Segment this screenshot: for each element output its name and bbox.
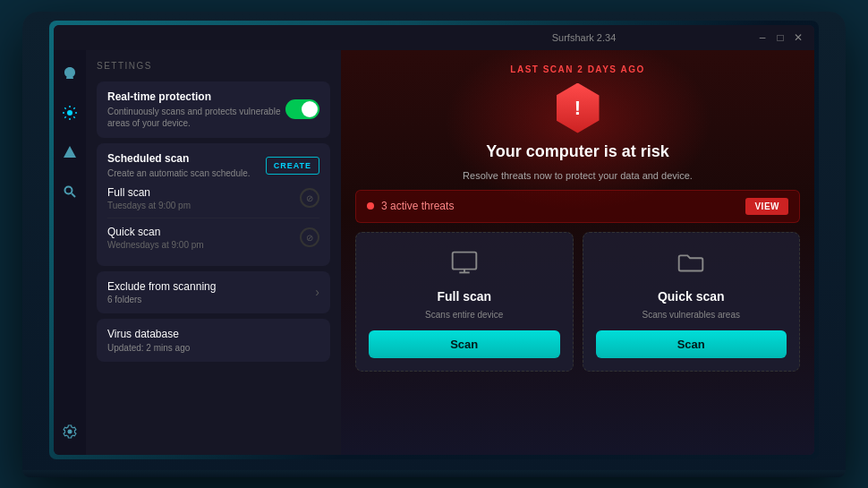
realtime-toggle[interactable]: ✓: [285, 99, 319, 119]
scheduled-scan-card: Scheduled scan Create an automatic scan …: [97, 143, 330, 266]
threats-count-text: 3 active threats: [381, 200, 454, 212]
close-button[interactable]: ✕: [793, 32, 804, 43]
risk-subtitle: Resolve threats now to protect your data…: [355, 170, 800, 181]
sidebar-icons: [54, 50, 86, 455]
exclude-chevron-icon: ›: [315, 285, 319, 299]
quick-scan-title: Quick scan: [107, 226, 204, 238]
gear-bottom-nav-icon[interactable]: [57, 419, 82, 444]
app-content: SETTINGS Real-time protection Continuous…: [54, 50, 814, 455]
full-scan-info: Full scan Tuesdays at 9:00 pm: [107, 186, 191, 210]
risk-shield-icon: !: [557, 83, 600, 133]
window-controls: – □ ✕: [757, 32, 804, 43]
threats-left: 3 active threats: [367, 200, 454, 212]
search-nav-icon[interactable]: [57, 179, 82, 204]
exclude-info: Exclude from scanning 6 folders: [107, 280, 216, 304]
exclude-card[interactable]: Exclude from scanning 6 folders ›: [97, 271, 330, 313]
realtime-row: Real-time protection Continuously scans …: [107, 90, 319, 129]
risk-exclamation: !: [574, 98, 581, 118]
view-threats-button[interactable]: VIEW: [745, 198, 788, 215]
quick-scan-folder-icon: [674, 245, 708, 284]
svg-rect-4: [452, 252, 476, 269]
svg-point-0: [67, 110, 72, 116]
realtime-subtitle: Continuously scans and protects vulnerab…: [107, 106, 285, 129]
minimize-button[interactable]: –: [757, 32, 768, 43]
virus-db-card: Virus database Updated: 2 mins ago: [97, 319, 330, 362]
threat-dot-icon: [367, 202, 374, 210]
quick-scan-button[interactable]: Scan: [596, 330, 787, 358]
full-scan-computer-icon: [447, 245, 481, 284]
exclude-subtitle: 6 folders: [107, 295, 216, 304]
maximize-button[interactable]: □: [775, 32, 786, 43]
exclude-title: Exclude from scanning: [107, 280, 216, 293]
app-window: Surfshark 2.34 – □ ✕: [54, 25, 814, 455]
settings-header: SETTINGS: [97, 61, 330, 71]
virus-db-subtitle: Updated: 2 mins ago: [107, 343, 319, 353]
scheduled-info: Scheduled scan Create an automatic scan …: [107, 152, 251, 179]
laptop-hinge: [22, 470, 846, 477]
svg-line-2: [72, 193, 75, 197]
realtime-title: Real-time protection: [107, 90, 285, 103]
last-scan-label: LAST SCAN 2 DAYS AGO: [355, 64, 800, 74]
settings-nav-icon[interactable]: [57, 100, 82, 125]
realtime-info: Real-time protection Continuously scans …: [107, 90, 285, 129]
threats-bar: 3 active threats VIEW: [355, 190, 800, 223]
svg-point-1: [65, 186, 72, 193]
alert-nav-icon[interactable]: [57, 140, 82, 165]
quick-scan-card: Quick scan Scans vulnerables areas Scan: [583, 232, 801, 372]
quick-scan-status-icon: ⊘: [300, 227, 319, 247]
main-content: LAST SCAN 2 DAYS AGO ! Your computer is …: [341, 50, 814, 455]
quick-scan-subtitle: Wednesdays at 9:00 pm: [107, 240, 204, 250]
create-schedule-button[interactable]: CREATE: [266, 157, 319, 175]
window-title: Surfshark 2.34: [411, 32, 757, 43]
scheduled-subtitle: Create an automatic scan schedule.: [107, 167, 251, 179]
scheduled-row: Scheduled scan Create an automatic scan …: [107, 152, 319, 179]
settings-panel: SETTINGS Real-time protection Continuous…: [86, 50, 341, 455]
laptop-shell: Surfshark 2.34 – □ ✕: [22, 12, 846, 477]
full-scan-title: Full scan: [107, 186, 191, 199]
full-scan-status-icon: ⊘: [300, 188, 319, 208]
shark-nav-icon[interactable]: [57, 61, 82, 86]
svg-point-3: [68, 429, 72, 433]
full-scan-item: Full scan Tuesdays at 9:00 pm ⊘: [107, 179, 319, 218]
full-scan-option-title: Full scan: [437, 289, 491, 304]
realtime-protection-card: Real-time protection Continuously scans …: [97, 81, 330, 138]
risk-icon-container: !: [355, 83, 800, 133]
quick-scan-option-title: Quick scan: [658, 289, 725, 304]
scan-options: Full scan Scans entire device Scan: [355, 232, 800, 372]
quick-scan-option-desc: Scans vulnerables areas: [642, 309, 740, 321]
risk-title: Your computer is at risk: [355, 142, 800, 161]
quick-scan-item: Quick scan Wednesdays at 9:00 pm ⊘: [107, 218, 319, 257]
screen-bezel: Surfshark 2.34 – □ ✕: [49, 21, 819, 459]
quick-scan-info: Quick scan Wednesdays at 9:00 pm: [107, 226, 204, 250]
scheduled-title: Scheduled scan: [107, 152, 251, 165]
full-scan-subtitle: Tuesdays at 9:00 pm: [107, 201, 191, 210]
title-bar: Surfshark 2.34 – □ ✕: [54, 25, 814, 50]
toggle-checkmark: ✓: [308, 105, 315, 114]
full-scan-button[interactable]: Scan: [369, 330, 560, 358]
full-scan-option-desc: Scans entire device: [425, 309, 503, 321]
full-scan-card: Full scan Scans entire device Scan: [355, 232, 574, 372]
virus-db-title: Virus database: [107, 328, 319, 340]
